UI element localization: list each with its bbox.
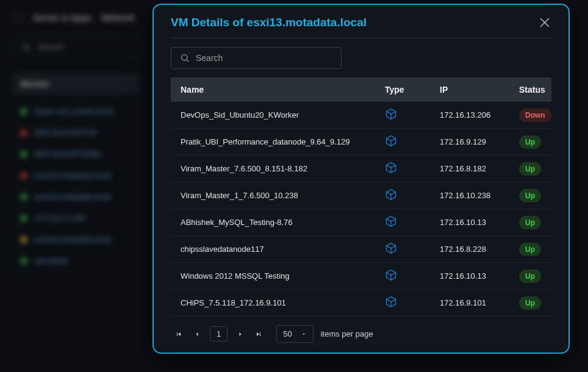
pager-next-button[interactable] [235, 329, 246, 340]
sidebar-list: hyper-v01.cluster.localWIN-SLKAPDT2FWIN-… [12, 101, 140, 271]
status-badge: Up [519, 216, 541, 229]
tab-network: Network [101, 13, 135, 23]
status-dot-icon [21, 173, 27, 179]
cell-ip: 172.16.8.228 [440, 245, 519, 254]
vm-table: Name Type IP Status DevOps_Sid_Ubuntu20_… [171, 77, 551, 319]
status-badge: Up [519, 189, 541, 202]
cell-ip: 172.16.13.206 [440, 110, 519, 120]
cube-icon [385, 135, 397, 147]
cell-type [385, 108, 440, 122]
cell-status: Up [519, 189, 542, 202]
background-search-placeholder: Search [37, 42, 64, 52]
sidebar-item-label: WIN-SLKAPT04B2 [34, 149, 101, 159]
status-badge: Up [519, 135, 541, 149]
table-row[interactable]: Windows 2012 MSSQL Testing172.16.10.13Up [171, 263, 551, 290]
cell-name: DevOps_Sid_Ubuntu20_KWorker [181, 110, 385, 120]
cube-icon [385, 242, 397, 254]
status-dot-icon [21, 130, 27, 136]
table-body: DevOps_Sid_Ubuntu20_KWorker172.16.13.206… [171, 102, 551, 317]
cell-ip: 172.16.10.13 [440, 271, 519, 281]
sidebar-item-label: esxi20.motadata.local [34, 235, 111, 244]
table-row[interactable]: Viram_Master_7.6.500_8.151-8.182172.16.8… [171, 156, 551, 182]
pager-first-button[interactable] [173, 329, 184, 340]
status-dot-icon [21, 109, 27, 115]
status-dot-icon [21, 258, 27, 264]
cell-name: ABhishek_MySQL_Testing-8.76 [181, 218, 385, 227]
pager-last-button[interactable] [253, 329, 264, 340]
cell-status: Down [519, 109, 551, 122]
cube-icon [385, 296, 397, 308]
cube-icon [385, 215, 397, 227]
cube-icon [385, 269, 397, 281]
table-row[interactable]: Viram_Master_1_7.6.500_10.238172.16.10.2… [171, 182, 551, 209]
cell-ip: 172.16.9.101 [440, 298, 519, 307]
sidebar-section-monitor: Monitor [12, 73, 140, 95]
svg-point-0 [23, 44, 29, 49]
table-row[interactable]: chipsslavedatanode117172.16.8.228Up [171, 236, 551, 263]
sidebar-item: hyper-v01.cluster.local [12, 101, 140, 122]
cell-type [385, 135, 440, 149]
sidebar-item-label: hyper-v01.cluster.local [34, 107, 113, 116]
sidebar-item-label: esxi13.motadata.local [34, 171, 111, 180]
cell-status: Up [519, 296, 542, 310]
cell-status: Up [519, 270, 542, 283]
cell-type [385, 242, 440, 256]
sidebar-item-label: sensetest [34, 256, 68, 265]
sidebar-item: sensetest [12, 250, 140, 271]
cell-ip: 172.16.10.238 [440, 191, 519, 200]
status-dot-icon [21, 237, 27, 243]
cell-type [385, 269, 440, 283]
back-chevron-icon [12, 12, 23, 23]
cube-icon [385, 108, 397, 120]
tab-server-apps: Server & Apps [33, 13, 91, 23]
search-input[interactable] [196, 53, 332, 63]
modal-title: VM Details of esxi13.motadata.local [171, 16, 367, 29]
modal-search[interactable] [171, 47, 342, 69]
pager-prev-button[interactable] [192, 329, 203, 340]
cell-status: Up [519, 216, 542, 229]
cell-name: chipsslavedatanode117 [181, 245, 385, 254]
col-header-status: Status [519, 85, 545, 95]
cube-icon [385, 188, 397, 201]
table-row[interactable]: Pratik_UBI_Performance_datanode_9.64_9.1… [171, 129, 551, 156]
table-row[interactable]: ABhishek_MySQL_Testing-8.76172.16.10.13U… [171, 209, 551, 236]
table-row[interactable]: CHiPS_7.5.118_172.16.9.101172.16.9.101Up [171, 290, 551, 317]
svg-line-1 [28, 49, 30, 51]
search-icon [21, 42, 31, 52]
pager: 1 50 items per page [171, 319, 551, 344]
cell-type [385, 215, 440, 229]
status-dot-icon [21, 215, 27, 221]
cell-status: Up [519, 162, 542, 176]
svg-line-5 [187, 60, 188, 62]
pager-page-size-value: 50 [283, 329, 292, 338]
cell-name: Pratik_UBI_Performance_datanode_9.64_9.1… [181, 137, 385, 146]
sidebar-item: esxi13.motadata.local [12, 165, 140, 186]
close-icon[interactable] [538, 16, 551, 29]
sidebar-item: WIN-SLKAPDT2F [12, 122, 140, 143]
sidebar-item-label: WIN-SLKAPDT2F [34, 128, 98, 137]
caret-down-icon [301, 331, 307, 337]
sidebar-item: esxi20.motadata.local [12, 229, 140, 250]
pager-page-number[interactable]: 1 [210, 326, 228, 342]
pager-page-size-select[interactable]: 50 [276, 325, 313, 343]
cell-name: Viram_Master_7.6.500_8.151-8.182 [181, 164, 385, 173]
modal-header: VM Details of esxi13.motadata.local [171, 16, 551, 38]
cell-status: Up [519, 135, 542, 149]
status-badge: Up [519, 162, 541, 176]
sidebar-item: esxi18.motadata.local [12, 186, 140, 207]
status-badge: Up [519, 296, 541, 310]
cell-type [385, 188, 440, 202]
col-header-type: Type [385, 85, 440, 95]
svg-point-4 [182, 55, 187, 60]
pager-label: items per page [321, 329, 373, 338]
search-icon [180, 53, 190, 63]
cell-type [385, 162, 440, 176]
col-header-name: Name [181, 85, 385, 95]
cell-name: Viram_Master_1_7.6.500_10.238 [181, 191, 385, 200]
sidebar-item: 172.16.13.184 [12, 207, 140, 229]
cell-name: Windows 2012 MSSQL Testing [181, 271, 385, 281]
cell-ip: 172.16.9.129 [440, 137, 519, 146]
sidebar-item: WIN-SLKAPT04B2 [12, 143, 140, 165]
table-row[interactable]: DevOps_Sid_Ubuntu20_KWorker172.16.13.206… [171, 102, 551, 129]
table-header: Name Type IP Status [171, 77, 551, 102]
